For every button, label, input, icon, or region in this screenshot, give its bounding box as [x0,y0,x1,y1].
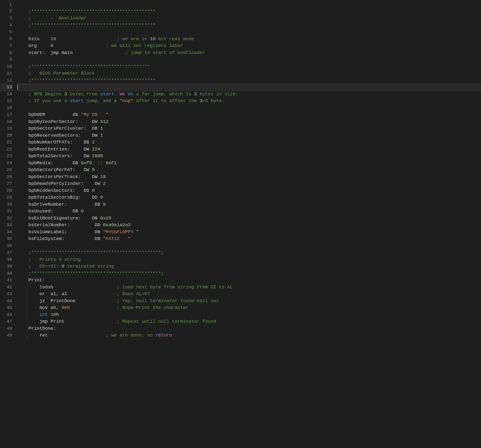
code-line[interactable]: ;***************************************… [17,22,481,29]
code-line[interactable]: ; If you use a short jump, add a "nop" a… [17,97,481,105]
line-number[interactable]: 48 [0,325,12,332]
code-line[interactable]: mov ah, 0eh ; Nope-Print the character [17,304,481,311]
line-number[interactable]: 44 [0,298,12,305]
code-line[interactable]: bsDriveNumber: DB 0 [17,201,481,208]
code-line[interactable]: or al, al ; Does AL=0? [17,291,481,298]
code-line[interactable]: bpbBytesPerSector: DW 512 [17,118,481,125]
code-line[interactable]: bpbHiddenSectors: DD 0 [17,187,481,194]
code-line[interactable]: ; Prints a string [17,256,481,263]
line-number[interactable]: 9 [0,56,12,63]
code-line[interactable]: jmp Print ; Repeat until null terminator… [17,318,481,325]
code-line[interactable]: ; - Bootloader [17,15,481,22]
code-line[interactable] [17,242,481,249]
line-number[interactable]: 23 [0,153,12,160]
code-line[interactable]: ;***************************************… [17,249,481,256]
line-number[interactable]: 19 [0,125,12,132]
line-number[interactable]: 13 [0,84,12,91]
code-line[interactable]: bsVolumeLabel: DB "MYOSFLOPPY " [17,229,481,236]
line-number[interactable]: 38 [0,256,12,263]
line-number[interactable]: 30 [0,201,12,208]
line-number[interactable]: 5 [0,29,12,36]
line-number[interactable]: 8 [0,49,12,56]
line-number[interactable]: 42 [0,284,12,291]
line-number[interactable]: 6 [0,36,12,43]
code-line[interactable]: bpbReservedSectors: DW 1 [17,132,481,139]
code-line[interactable]: ; BIOS Parameter Block [17,70,481,77]
line-number[interactable]: 41 [0,277,12,284]
code-line[interactable] [17,56,481,63]
line-number[interactable]: 17 [0,111,12,118]
line-number[interactable]: 21 [0,139,12,146]
code-line[interactable]: ;***************************************… [17,270,481,277]
line-number[interactable]: 10 [0,63,12,70]
line-number[interactable]: 26 [0,173,12,180]
code-line[interactable]: bsSerialNumber: DD 0xa0a1a2a3 [17,222,481,229]
line-number[interactable]: 16 [0,105,12,112]
line-number[interactable]: 18 [0,118,12,125]
code-line[interactable]: ;***************************************… [17,63,481,70]
code-line[interactable]: bsFileSystem: DB "FAT12 " [17,235,481,242]
code-line[interactable]: ; BPB Begins 3 bytes from start. We do a… [17,91,481,98]
code-line[interactable] [17,29,481,36]
line-number[interactable]: 25 [0,166,12,173]
line-number[interactable]: 37 [0,249,12,256]
line-number[interactable]: 40 [0,270,12,277]
line-number[interactable]: 4 [0,22,12,29]
line-number[interactable]: 2 [0,8,12,15]
code-line[interactable]: bpbTotalSectors: DW 2880 [17,153,481,160]
line-number[interactable]: 24 [0,160,12,167]
line-number[interactable]: 12 [0,77,12,84]
code-line[interactable] [17,105,481,112]
code-line[interactable]: bpbMedia: DB 0xf0 ;; 0xF1 [17,160,481,167]
code-line[interactable]: bsUnused: DB 0 [17,208,481,215]
line-number[interactable]: 43 [0,291,12,298]
code-line[interactable]: ; DS=>SI: 0 terminated string [17,263,481,270]
line-number[interactable]: 29 [0,194,12,201]
line-number[interactable]: 20 [0,132,12,139]
code-area[interactable]: ;***************************************… [16,0,481,448]
line-number[interactable]: 28 [0,187,12,194]
line-number[interactable]: 15 [0,97,12,105]
code-line[interactable]: org 0 ; we will set regisers later [17,42,481,49]
code-line[interactable]: ;***************************************… [17,77,481,84]
line-number[interactable]: 36 [0,242,12,249]
line-number[interactable]: 7 [0,42,12,49]
line-number[interactable]: 14 [0,91,12,98]
code-line[interactable]: start: jmp main ; jump to start of bootl… [17,49,481,56]
code-line[interactable] [17,84,481,91]
line-number[interactable]: 33 [0,222,12,229]
line-number[interactable]: 39 [0,263,12,270]
line-number[interactable]: 3 [0,15,12,22]
code-line[interactable]: Print: [17,277,481,284]
line-number[interactable]: 49 [0,332,12,339]
code-line[interactable]: lodsb ; load next byte from string from … [17,284,481,291]
line-number[interactable]: 11 [0,70,12,77]
line-number-gutter[interactable]: 1234567891011121314151617181920212223242… [0,0,16,448]
code-line[interactable] [17,1,481,8]
line-number[interactable]: 1 [0,1,12,8]
line-number[interactable]: 27 [0,180,12,187]
code-line[interactable]: bsExtBootSignature: DB 0x29 [17,215,481,222]
code-line[interactable]: bpbTotalSectorsBig: DD 0 [17,194,481,201]
line-number[interactable]: 35 [0,235,12,242]
editor[interactable]: 1234567891011121314151617181920212223242… [0,0,481,448]
code-line[interactable]: jz PrintDone ; Yep, null terminator foun… [17,298,481,305]
code-line[interactable]: bpbSectorsPerTrack: DW 18 [17,173,481,180]
code-line[interactable]: bpbHeadsPerCylinder: DW 2 [17,180,481,187]
code-line[interactable]: bpbOEM db "My OS " [17,111,481,118]
code-line[interactable]: bpbNumberOfFATs: DB 2 [17,139,481,146]
line-number[interactable]: 32 [0,215,12,222]
line-number[interactable]: 22 [0,146,12,153]
code-line[interactable]: bpbSectorsPerFAT: DW 9 [17,166,481,173]
line-number[interactable]: 31 [0,208,12,215]
line-number[interactable]: 47 [0,318,12,325]
code-line[interactable]: int 10h [17,311,481,318]
code-line[interactable]: ;***************************************… [17,8,481,15]
code-line[interactable]: bits 16 ; we are in 16 bit real mode [17,36,481,43]
line-number[interactable]: 45 [0,304,12,311]
line-number[interactable]: 34 [0,229,12,236]
code-line[interactable]: ret ; we are done, so return [17,332,481,339]
code-line[interactable]: bpbSectorsPerCluster: DB 1 [17,125,481,132]
line-number[interactable]: 46 [0,311,12,318]
code-line[interactable]: PrintDone: [17,325,481,332]
